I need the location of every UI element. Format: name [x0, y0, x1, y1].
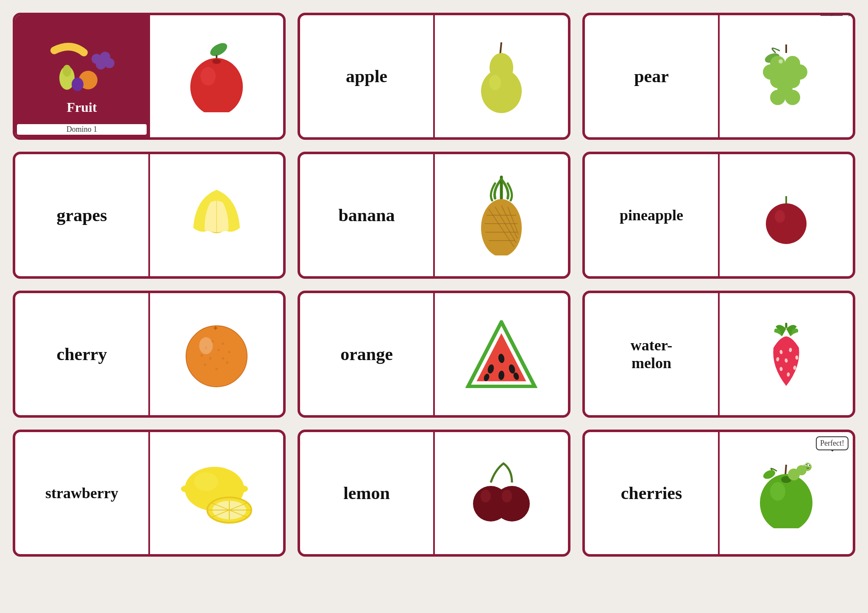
svg-point-5 — [63, 65, 71, 77]
domino-word-cherries-end: cherries — [621, 483, 682, 503]
domino-left-watermelon-strawberry: water-melon — [585, 293, 720, 415]
domino-left-cherries-end: cherries — [585, 432, 720, 554]
svg-point-77 — [238, 485, 248, 492]
domino-card-orange-watermelon: orange — [298, 291, 570, 418]
domino-word-watermelon-strawberry: water-melon — [631, 336, 673, 372]
domino-right-banana-pineapple — [435, 154, 568, 276]
svg-point-55 — [222, 357, 224, 360]
domino-grid: FruitDomino 1 apple pear — [13, 13, 855, 557]
svg-point-100 — [809, 464, 810, 466]
svg-point-57 — [199, 337, 213, 354]
svg-point-28 — [785, 90, 800, 105]
domino-right-cherries-end: Perfect! — [720, 432, 853, 554]
svg-point-47 — [222, 342, 224, 345]
domino-card-lemon-cherries: lemon — [298, 430, 570, 557]
domino-word-apple-pear: apple — [346, 66, 387, 86]
svg-point-15 — [481, 69, 522, 113]
domino-card-cherry-orange: cherry ✦ — [13, 291, 286, 418]
domino-right-title — [150, 15, 283, 137]
svg-point-10 — [190, 58, 243, 112]
domino-left-cherry-orange: cherry — [15, 293, 150, 415]
domino-right-orange-watermelon — [435, 293, 568, 415]
domino-left-title: FruitDomino 1 — [15, 15, 150, 137]
svg-point-54 — [209, 357, 211, 360]
svg-point-16 — [489, 75, 501, 90]
svg-point-8 — [208, 41, 229, 59]
domino-card-pear-grapes: pear — [582, 13, 855, 140]
domino-left-pineapple-cherry: pineapple — [585, 154, 720, 276]
svg-point-76 — [194, 472, 218, 491]
domino-right-apple-pear — [435, 15, 568, 137]
domino-word-pineapple-cherry: pineapple — [620, 206, 683, 224]
domino-card-grapes-banana: grapes — [13, 152, 286, 279]
svg-point-49 — [226, 361, 228, 364]
svg-point-12 — [212, 59, 221, 64]
svg-point-97 — [803, 463, 812, 471]
domino-right-lemon-cherries — [435, 432, 568, 554]
svg-point-29 — [779, 59, 783, 64]
domino-right-watermelon-strawberry — [720, 293, 853, 415]
speech-bubble: Perfect! — [816, 436, 849, 450]
svg-point-51 — [204, 363, 206, 366]
domino-card-pineapple-cherry: pineapple — [582, 152, 855, 279]
domino-left-orange-watermelon: orange — [300, 293, 435, 415]
domino-left-lemon-cherries: lemon — [300, 432, 435, 554]
svg-point-53 — [217, 349, 220, 351]
svg-point-42 — [775, 210, 785, 223]
svg-point-78 — [181, 485, 191, 492]
svg-point-27 — [770, 90, 785, 105]
domino-left-strawberry-lemon: strawberry — [15, 432, 150, 554]
svg-point-3 — [104, 58, 114, 68]
domino-left-apple-pear: apple — [300, 15, 435, 137]
svg-point-101 — [805, 463, 807, 465]
svg-text:✦: ✦ — [212, 324, 219, 333]
domino-card-watermelon-strawberry: water-melon — [582, 291, 855, 418]
title-label: Fruit — [67, 100, 97, 115]
svg-point-11 — [200, 67, 216, 86]
domino-left-pear-grapes: pear — [585, 15, 720, 137]
domino-card-title: FruitDomino 1 — [13, 13, 286, 140]
domino-right-pear-grapes — [720, 15, 853, 137]
svg-point-93 — [770, 482, 785, 501]
domino-badge: Domino 1 — [17, 124, 147, 135]
domino-right-strawberry-lemon — [150, 432, 283, 554]
domino-card-strawberry-lemon: strawberry — [13, 430, 286, 557]
domino-word-lemon-cherries: lemon — [343, 483, 390, 503]
domino-card-apple-pear: apple — [298, 13, 570, 140]
svg-point-89 — [502, 490, 512, 502]
svg-point-48 — [228, 351, 231, 353]
svg-point-87 — [494, 486, 530, 521]
domino-card-banana-pineapple: banana — [298, 152, 570, 279]
domino-word-cherry-orange: cherry — [57, 344, 107, 364]
domino-card-cherries-end: cherries Perfect! — [582, 430, 855, 557]
domino-right-pineapple-cherry — [720, 154, 853, 276]
svg-point-7 — [72, 78, 83, 91]
svg-line-90 — [785, 465, 786, 475]
domino-word-banana-pineapple: banana — [338, 205, 395, 225]
svg-point-50 — [215, 368, 218, 370]
domino-word-pear-grapes: pear — [634, 66, 669, 86]
domino-word-grapes-banana: grapes — [57, 205, 107, 225]
svg-point-41 — [766, 203, 807, 244]
svg-point-52 — [200, 354, 203, 357]
domino-word-strawberry-lemon: strawberry — [45, 484, 118, 502]
domino-left-grapes-banana: grapes — [15, 154, 150, 276]
domino-word-orange-watermelon: orange — [340, 344, 393, 364]
svg-point-88 — [481, 490, 491, 502]
domino-left-banana-pineapple: banana — [300, 154, 435, 276]
domino-right-cherry-orange: ✦ — [150, 293, 283, 415]
domino-right-grapes-banana — [150, 154, 283, 276]
